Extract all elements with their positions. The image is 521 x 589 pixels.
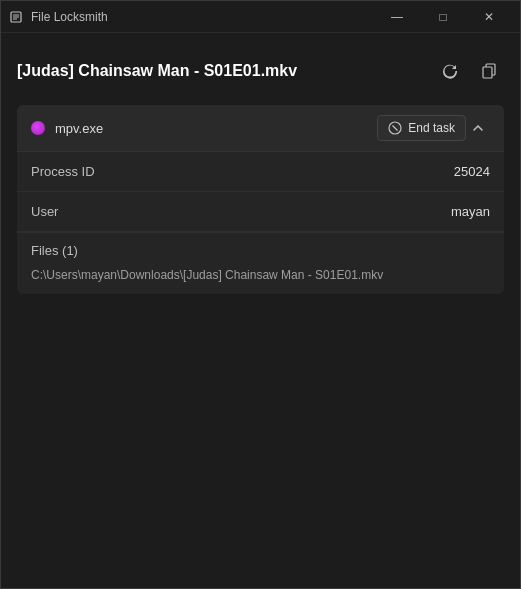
- title-bar: File Locksmith — □ ✕: [1, 1, 520, 33]
- process-id-value: 25024: [454, 164, 490, 179]
- svg-line-7: [393, 126, 398, 131]
- header-actions: [436, 57, 504, 85]
- collapse-button[interactable]: [466, 118, 490, 138]
- chevron-up-icon: [472, 122, 484, 134]
- file-header: [Judas] Chainsaw Man - S01E01.mkv: [17, 53, 504, 89]
- refresh-icon: [442, 63, 458, 79]
- process-header-row: mpv.exe End task: [17, 105, 504, 152]
- minimize-button[interactable]: —: [374, 1, 420, 33]
- refresh-button[interactable]: [436, 57, 464, 85]
- file-title: [Judas] Chainsaw Man - S01E01.mkv: [17, 62, 297, 80]
- end-task-button[interactable]: End task: [377, 115, 466, 141]
- app-icon: [9, 9, 25, 25]
- app-window: File Locksmith — □ ✕ [Judas] Chainsaw Ma…: [0, 0, 521, 589]
- user-row: User mayan: [17, 192, 504, 232]
- copy-button[interactable]: [476, 57, 504, 85]
- end-task-icon: [388, 121, 402, 135]
- process-id-row: Process ID 25024: [17, 152, 504, 192]
- process-card: mpv.exe End task Process ID 25024: [17, 105, 504, 294]
- end-task-label: End task: [408, 121, 455, 135]
- maximize-button[interactable]: □: [420, 1, 466, 33]
- process-id-label: Process ID: [31, 164, 95, 179]
- process-name: mpv.exe: [55, 121, 377, 136]
- file-path: C:\Users\mayan\Downloads\[Judas] Chainsa…: [31, 264, 490, 288]
- user-value: mayan: [451, 204, 490, 219]
- window-controls: — □ ✕: [374, 1, 512, 33]
- app-title: File Locksmith: [31, 10, 374, 24]
- user-label: User: [31, 204, 58, 219]
- files-section: Files (1) C:\Users\mayan\Downloads\[Juda…: [17, 232, 504, 294]
- svg-rect-5: [483, 67, 492, 78]
- copy-icon: [482, 63, 498, 79]
- files-label: Files (1): [31, 243, 490, 258]
- main-content: [Judas] Chainsaw Man - S01E01.mkv: [1, 33, 520, 588]
- process-status-indicator: [31, 121, 45, 135]
- close-button[interactable]: ✕: [466, 1, 512, 33]
